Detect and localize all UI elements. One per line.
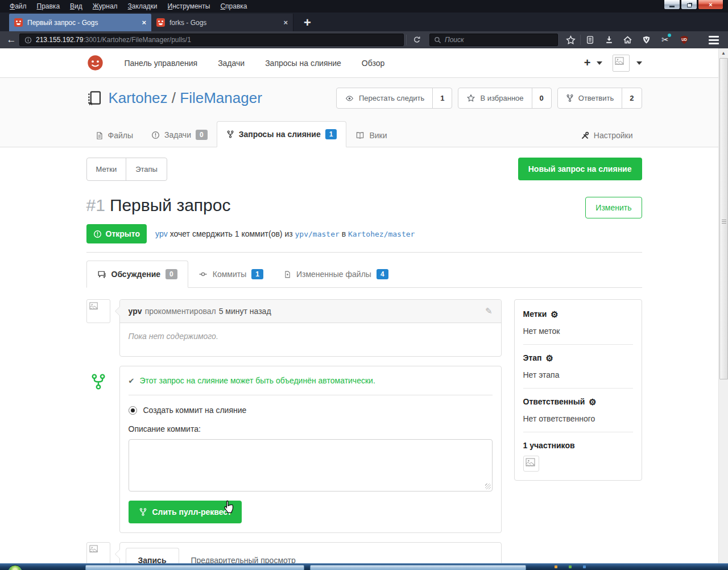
- tab-files[interactable]: Файлы: [86, 123, 142, 147]
- reading-list-button[interactable]: [581, 32, 599, 48]
- taskbar-app-button[interactable]: [85, 565, 304, 570]
- tab-discussion[interactable]: Обсуждение 0: [86, 261, 188, 288]
- milestones-button[interactable]: Этапы: [126, 158, 167, 180]
- tray-icon[interactable]: [555, 565, 557, 568]
- minimize-button[interactable]: [664, 0, 680, 10]
- nav-pulls-link[interactable]: Запросы на слияние: [265, 59, 341, 68]
- menu-hamburger-button[interactable]: [705, 36, 725, 44]
- menu-history[interactable]: Журнал: [88, 0, 123, 13]
- tab-commits[interactable]: Коммиты 1: [188, 261, 274, 287]
- user-avatar-menu[interactable]: [613, 55, 630, 72]
- merge-footer: Слить пулл-реквест: [120, 491, 501, 532]
- menu-tools[interactable]: Инструменты: [163, 0, 216, 13]
- nav-issues-link[interactable]: Задачи: [218, 59, 245, 68]
- gogs-logo[interactable]: [86, 54, 104, 72]
- tab-preview[interactable]: Предварительный просмотр: [179, 548, 308, 563]
- chevron-down-icon[interactable]: [597, 61, 602, 65]
- unwatch-button[interactable]: Перестать следить: [337, 88, 432, 108]
- tab-close-icon[interactable]: ×: [283, 18, 288, 27]
- status-badge: Открыто: [86, 224, 147, 243]
- nav-dashboard-link[interactable]: Панель управления: [125, 59, 198, 68]
- tab-pulls[interactable]: Запросы на слияние 1: [217, 121, 347, 147]
- protection-shield-button[interactable]: [637, 32, 656, 48]
- labels-button[interactable]: Метки: [87, 158, 126, 180]
- back-button[interactable]: ←: [3, 34, 19, 46]
- menu-edit[interactable]: Правка: [32, 0, 65, 13]
- downloads-button[interactable]: [599, 32, 618, 48]
- browser-tab-inactive[interactable]: forks - Gogs ×: [151, 14, 293, 31]
- comment-icon: [97, 270, 106, 279]
- tray-icon[interactable]: [583, 565, 586, 568]
- fork-count[interactable]: 2: [622, 88, 641, 108]
- pull-view-tabs: Обсуждение 0 Коммиты 1 Измен: [86, 261, 642, 288]
- menu-bookmarks[interactable]: Закладки: [123, 0, 163, 13]
- scroll-up-arrow[interactable]: ▲: [719, 48, 728, 57]
- gear-icon[interactable]: ⚙: [546, 354, 553, 362]
- star-count[interactable]: 0: [532, 88, 551, 108]
- nav-explore-link[interactable]: Обзор: [362, 59, 384, 68]
- gear-icon[interactable]: ⚙: [589, 398, 596, 406]
- home-button[interactable]: [618, 32, 637, 48]
- svg-text:UD: UD: [681, 38, 687, 42]
- star-icon: [466, 94, 475, 102]
- start-orb-button[interactable]: [7, 565, 23, 570]
- tab-close-icon[interactable]: ×: [142, 18, 146, 27]
- edit-pencil-icon[interactable]: ✎: [485, 306, 493, 316]
- repo-owner-link[interactable]: Kartohez: [109, 89, 168, 106]
- base-branch-link[interactable]: Kartohez/master: [348, 230, 415, 238]
- broken-image-icon: [89, 545, 98, 554]
- sidebar-no-labels: Нет меток: [523, 327, 633, 336]
- chevron-down-icon[interactable]: [636, 61, 642, 65]
- tab-changed-files[interactable]: Измененные файлы 4: [274, 261, 399, 287]
- star-button[interactable]: В избранное: [458, 88, 531, 108]
- head-branch-link[interactable]: ypv/master: [295, 230, 340, 238]
- issues-count-badge: 0: [196, 130, 208, 140]
- menu-file[interactable]: Файл: [5, 0, 32, 13]
- new-tab-button[interactable]: +: [297, 14, 318, 31]
- tab-issues[interactable]: Задачи 0: [142, 122, 217, 147]
- tab-settings[interactable]: Настройки: [572, 123, 642, 147]
- commit-description-textarea[interactable]: [129, 439, 493, 491]
- repo-tabs: Файлы Задачи 0: [0, 121, 728, 147]
- search-placeholder: Поиск: [445, 36, 464, 44]
- info-icon[interactable]: [24, 36, 32, 44]
- fork-button[interactable]: Ответвить: [558, 88, 622, 108]
- comment-author-link[interactable]: ypv: [129, 307, 142, 316]
- radio-button[interactable]: [129, 406, 137, 415]
- new-pull-request-button[interactable]: Новый запрос на слияние: [518, 158, 642, 180]
- eye-icon: [345, 94, 354, 102]
- repo-header: Kartohez / FileManager Перестать следить: [0, 78, 728, 147]
- edit-button[interactable]: Изменить: [585, 197, 642, 218]
- taskbar-app-button[interactable]: [310, 565, 526, 570]
- restore-button[interactable]: [681, 0, 697, 10]
- tray-icon[interactable]: [569, 565, 572, 568]
- close-button[interactable]: ×: [698, 0, 723, 10]
- editor-tabs: Запись Предварительный просмотр: [120, 543, 501, 563]
- gogs-page: Панель управления Задачи Запросы на слия…: [0, 48, 728, 563]
- bookmark-star-button[interactable]: [561, 32, 580, 48]
- scrollbar-thumb[interactable]: [719, 58, 728, 379]
- gear-icon[interactable]: ⚙: [551, 310, 558, 319]
- merge-style-option[interactable]: Создать коммит на слияние: [120, 395, 501, 415]
- repo-name-link[interactable]: FileManager: [180, 89, 262, 106]
- sidebar-no-milestone: Нет этапа: [523, 370, 633, 379]
- search-input[interactable]: Поиск: [429, 34, 558, 46]
- tab-write[interactable]: Запись: [126, 548, 179, 563]
- ublock-button[interactable]: UD: [675, 32, 693, 48]
- comment-row: ypv прокомментировал 5 минут назад ✎ Пок…: [86, 299, 502, 357]
- watch-count[interactable]: 1: [432, 88, 452, 108]
- author-link[interactable]: ypv: [155, 229, 168, 238]
- sidebar-no-assignee: Нет ответственного: [523, 414, 633, 423]
- browser-tab-active[interactable]: Первый запрос - Gogs ×: [9, 14, 151, 31]
- menu-help[interactable]: Справка: [215, 0, 252, 13]
- menu-view[interactable]: Вид: [65, 0, 88, 13]
- url-bar[interactable]: 213.155.192.79:3001/Kartohez/FileManager…: [19, 34, 404, 46]
- tab-wiki[interactable]: Вики: [346, 123, 396, 147]
- resize-grip-icon[interactable]: [485, 484, 491, 489]
- vertical-scrollbar[interactable]: ▲: [718, 48, 728, 563]
- create-new-button[interactable]: +: [584, 56, 591, 69]
- reload-button[interactable]: [409, 36, 425, 44]
- extension-scissors-button[interactable]: ✂: [656, 32, 675, 48]
- participant-avatar[interactable]: [523, 456, 539, 472]
- issue-icon: [151, 131, 160, 139]
